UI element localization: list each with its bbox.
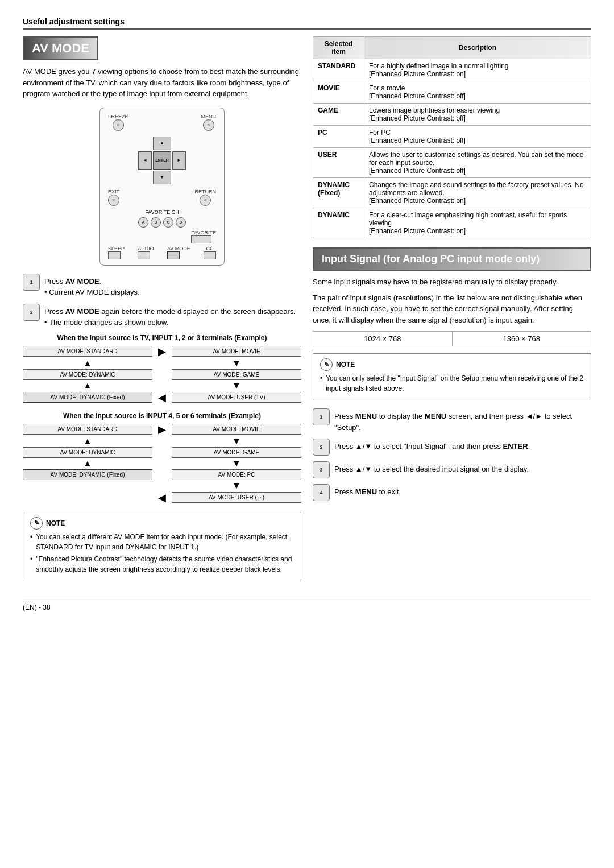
flow2-up2: ▲ bbox=[23, 458, 152, 469]
table-desc-cell: Allows the user to customize settings as… bbox=[364, 148, 591, 178]
flow1-arrows1: ▲ ▼ bbox=[23, 358, 301, 369]
resolution-table: 1024 × 768 1360 × 768 bbox=[313, 331, 591, 346]
input-step1-row: 1Press MENU to display the MENU screen, … bbox=[313, 408, 591, 433]
table-item-cell: STANDARD bbox=[313, 59, 364, 81]
page-container: Useful adjustment settings AV MODE AV MO… bbox=[23, 17, 591, 611]
fav-b-btn[interactable]: B bbox=[151, 217, 161, 228]
flow1-box-game: AV MODE: GAME bbox=[172, 369, 301, 380]
flow1-box-movie: AV MODE: MOVIE bbox=[172, 346, 301, 357]
audio-btn[interactable] bbox=[138, 251, 150, 259]
av-mode-table: Selected item Description STANDARDFor a … bbox=[313, 36, 591, 238]
flow2-arrows1: ▲ ▼ bbox=[23, 436, 301, 447]
return-btn[interactable]: ○ bbox=[200, 195, 211, 206]
table-desc-cell: For a highly defined image in a normal l… bbox=[364, 59, 591, 81]
flow2-box-dynamic: AV MODE: DYNAMIC bbox=[23, 447, 152, 458]
fav-d-btn[interactable]: D bbox=[176, 217, 186, 228]
step2-bullet: • The mode changes as shown below. bbox=[44, 318, 168, 326]
av-mode-header: AV MODE bbox=[23, 36, 98, 60]
input-step4-circle: 4 bbox=[313, 484, 330, 501]
input-step2-row: 2Press ▲/▼ to select "Input Signal", and… bbox=[313, 439, 591, 456]
note-av-item2: • "Enhanced Picture Contrast" technology… bbox=[30, 554, 294, 574]
cc-area: CC bbox=[204, 246, 216, 259]
enter-btn[interactable]: ENTER bbox=[153, 151, 171, 170]
step2-text: Press AV MODE again before the mode disp… bbox=[44, 304, 296, 328]
flow1-box-usertv: AV MODE: USER (TV) bbox=[172, 392, 301, 403]
freeze-area: FREEZE ○ bbox=[108, 114, 128, 131]
flow2-title: When the input source is INPUT 4, 5 or 6… bbox=[23, 412, 301, 420]
flow1-row2: AV MODE: DYNAMIC AV MODE: GAME bbox=[23, 369, 301, 380]
cc-btn[interactable] bbox=[204, 251, 216, 259]
menu-btn[interactable]: ○ bbox=[203, 119, 214, 131]
avmode-area: AV MODE bbox=[167, 246, 190, 259]
footer-page: (EN) - 38 bbox=[23, 604, 51, 611]
input-step3-text: Press ▲/▼ to select the desired input si… bbox=[334, 461, 529, 475]
note-label: NOTE bbox=[46, 518, 65, 528]
table-row: STANDARDFor a highly defined image in a … bbox=[313, 59, 591, 81]
note-icon: ✎ bbox=[30, 517, 43, 530]
input-step3-circle: 3 bbox=[313, 461, 330, 478]
dpad-right[interactable]: ► bbox=[172, 151, 186, 170]
avmode-btn[interactable] bbox=[167, 251, 180, 259]
flow1-title: When the input source is TV, INPUT 1, 2 … bbox=[23, 334, 301, 342]
input-signal-header: Input Signal (for Analog PC input mode o… bbox=[313, 247, 591, 271]
flow1-row3: AV MODE: DYNAMIC (Fixed) ◀ AV MODE: USER… bbox=[23, 391, 301, 404]
input-step1-text: Press MENU to display the MENU screen, a… bbox=[334, 408, 591, 433]
freeze-btn[interactable]: ○ bbox=[113, 119, 124, 131]
note-input-signal-box: ✎ NOTE • You can only select the "Input … bbox=[313, 353, 591, 400]
input-signal-intro1: Some input signals may have to be regist… bbox=[313, 276, 591, 288]
input-step2-text: Press ▲/▼ to select "Input Signal", and … bbox=[334, 439, 530, 452]
step1-bullet: • Current AV MODE displays. bbox=[44, 288, 140, 296]
flow2-arrow1: ▶ bbox=[154, 423, 171, 436]
dpad-down[interactable]: ▼ bbox=[153, 171, 171, 184]
step1-img: 1 bbox=[23, 274, 40, 291]
note-input-icon: ✎ bbox=[320, 358, 333, 371]
return-area: RETURN ○ bbox=[195, 189, 217, 206]
table-item-cell: MOVIE bbox=[313, 81, 364, 104]
flow2-row1: AV MODE: STANDARD ▶ AV MODE: MOVIE bbox=[23, 423, 301, 436]
exit-return-row: EXIT ○ RETURN ○ bbox=[108, 189, 216, 206]
note-input-item: • You can only select the "Input Signal"… bbox=[320, 373, 584, 394]
step1-row: 1 Press AV MODE. • Current AV MODE displ… bbox=[23, 274, 301, 298]
fav-c-btn[interactable]: C bbox=[163, 217, 173, 228]
flow2-up1: ▲ bbox=[23, 436, 152, 447]
flow2-box-standard: AV MODE: STANDARD bbox=[23, 424, 152, 435]
flow1-box-dynamicfixed: AV MODE: DYNAMIC (Fixed) bbox=[23, 392, 152, 403]
note-av-header: ✎ NOTE bbox=[30, 517, 294, 530]
favorite-area: FAVORITE bbox=[108, 230, 216, 243]
table-desc-cell: For a clear-cut image emphasizing high c… bbox=[364, 208, 591, 238]
audio-area: AUDIO bbox=[138, 246, 154, 259]
flow1-arrow1: ▶ bbox=[154, 345, 171, 358]
dpad: ▲ ◄ ENTER ► ▼ bbox=[138, 137, 186, 184]
table-col1-header: Selected item bbox=[313, 37, 364, 59]
flow2-row4: ◀ AV MODE: USER (→) bbox=[23, 491, 301, 504]
main-layout: AV MODE AV MODE gives you 7 viewing opti… bbox=[23, 36, 591, 588]
res1: 1024 × 768 bbox=[313, 332, 453, 346]
flow2-row2: AV MODE: DYNAMIC AV MODE: GAME bbox=[23, 447, 301, 458]
dpad-left[interactable]: ◄ bbox=[138, 151, 152, 170]
page-footer: (EN) - 38 bbox=[23, 600, 591, 611]
flow1-down-arrow-right2: ▼ bbox=[172, 381, 301, 391]
flow1-arrow3: ◀ bbox=[154, 391, 171, 404]
flow2-down1: ▼ bbox=[172, 436, 301, 447]
sleep-btn[interactable] bbox=[108, 251, 121, 259]
flow2-down2: ▼ bbox=[172, 458, 301, 469]
dpad-empty-br bbox=[172, 171, 186, 184]
input-step4-row: 4Press MENU to exit. bbox=[313, 484, 591, 501]
flow-diagram-2: When the input source is INPUT 4, 5 or 6… bbox=[23, 412, 301, 504]
fav-a-btn[interactable]: A bbox=[138, 217, 148, 228]
menu-area: MENU ○ bbox=[201, 114, 217, 131]
table-item-cell: PC bbox=[313, 126, 364, 148]
flow2-down3: ▼ bbox=[172, 481, 301, 491]
table-row: DYNAMICFor a clear-cut image emphasizing… bbox=[313, 208, 591, 238]
step1-bold: AV MODE bbox=[65, 277, 99, 286]
exit-area: EXIT ○ bbox=[108, 189, 119, 206]
section-heading: Useful adjustment settings bbox=[23, 17, 591, 30]
flow2-arrows3: ▼ bbox=[23, 480, 301, 491]
table-desc-cell: For a movie[Enhanced Picture Contrast: o… bbox=[364, 81, 591, 104]
favorite-btn[interactable] bbox=[191, 235, 211, 243]
dpad-up[interactable]: ▲ bbox=[153, 137, 171, 150]
exit-btn[interactable]: ○ bbox=[108, 195, 119, 206]
step2-bold: AV MODE bbox=[65, 307, 99, 316]
favorite-ch-label: FAVORITE CH bbox=[108, 209, 216, 215]
table-desc-cell: For PC[Enhanced Picture Contrast: off] bbox=[364, 126, 591, 148]
